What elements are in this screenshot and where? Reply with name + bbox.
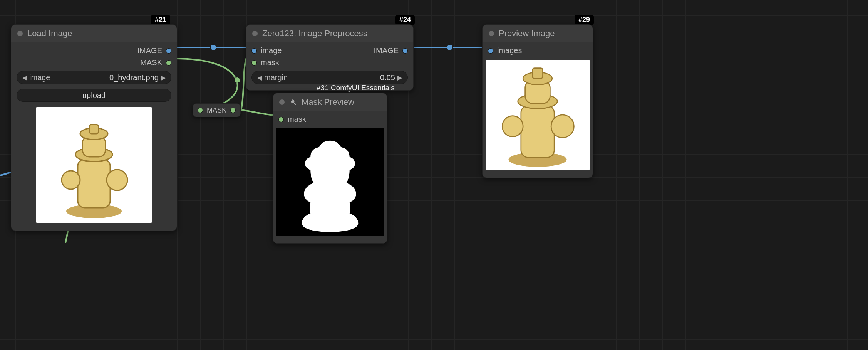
node-id-badge: #31 ComfyUI Essentials <box>313 82 399 93</box>
svg-point-14 <box>551 115 574 138</box>
node-zero123-preprocess[interactable]: Zero123: Image Preprocess image IMAGE ma… <box>246 24 414 91</box>
reroute-node-mask[interactable]: MASK <box>193 103 241 117</box>
svg-rect-19 <box>533 68 543 79</box>
svg-rect-2 <box>78 159 110 208</box>
svg-point-15 <box>502 116 523 137</box>
output-port[interactable] <box>166 48 171 54</box>
collapse-toggle[interactable] <box>489 31 494 36</box>
node-id-badge: #29 <box>575 15 594 25</box>
output-slot-mask[interactable]: MASK <box>11 57 177 69</box>
node-id-badge: #24 <box>395 15 415 25</box>
output-label: IMAGE <box>374 46 399 55</box>
next-arrow-icon[interactable]: ▶ <box>159 74 167 81</box>
input-port[interactable] <box>251 48 257 54</box>
widget-label: image <box>29 73 50 82</box>
input-slot-mask[interactable]: mask <box>246 57 413 69</box>
input-slot-mask[interactable]: mask <box>273 113 387 125</box>
output-label: IMAGE <box>137 46 162 55</box>
widget-value: 0.05 <box>380 73 395 82</box>
increment-arrow-icon[interactable]: ▶ <box>396 74 404 81</box>
input-slot-image[interactable]: image <box>251 46 282 55</box>
collapse-toggle[interactable] <box>17 31 23 36</box>
output-port[interactable] <box>402 48 408 54</box>
svg-point-5 <box>62 171 80 189</box>
wire-waypoint[interactable] <box>447 44 453 50</box>
margin-number-widget[interactable]: ◀ margin 0.05 ▶ <box>251 71 408 84</box>
output-label: MASK <box>140 58 162 67</box>
node-header[interactable]: Mask Preview <box>273 93 387 111</box>
wire-waypoint[interactable] <box>234 77 240 83</box>
collapse-toggle[interactable] <box>279 99 285 105</box>
node-title: Preview Image <box>499 29 555 39</box>
decrement-arrow-icon[interactable]: ◀ <box>256 74 263 81</box>
output-slot-image[interactable]: IMAGE <box>11 45 177 57</box>
output-port[interactable] <box>166 60 171 66</box>
mask-preview <box>276 128 384 236</box>
input-label: image <box>261 46 282 55</box>
node-header[interactable]: Load Image <box>11 25 177 42</box>
node-title: Load Image <box>27 29 72 39</box>
svg-rect-13 <box>521 106 554 158</box>
reroute-input-port[interactable] <box>198 108 203 113</box>
widget-label: margin <box>264 73 288 82</box>
button-label: upload <box>21 91 167 100</box>
input-label: mask <box>288 115 306 124</box>
output-slot-image[interactable]: IMAGE <box>374 46 408 55</box>
node-title: Zero123: Image Preprocess <box>262 29 367 39</box>
wrench-icon <box>289 98 297 106</box>
widget-value: 0_hydrant.png <box>109 73 159 82</box>
image-preview <box>486 60 590 170</box>
node-graph-canvas[interactable]: #21 Load Image IMAGE MASK ◀ image 0_hydr… <box>0 0 868 350</box>
input-slot-images[interactable]: images <box>483 45 593 57</box>
collapse-toggle[interactable] <box>252 31 258 36</box>
input-port[interactable] <box>251 60 257 66</box>
node-id-badge: #21 <box>151 15 170 25</box>
wire-waypoint[interactable] <box>210 44 216 50</box>
node-preview-image[interactable]: Preview Image images <box>482 24 593 178</box>
input-port[interactable] <box>278 117 284 122</box>
input-label: mask <box>261 58 279 67</box>
prev-arrow-icon[interactable]: ◀ <box>21 74 28 81</box>
input-port[interactable] <box>488 48 493 54</box>
svg-point-4 <box>107 170 127 190</box>
input-label: images <box>497 46 522 55</box>
node-load-image[interactable]: Load Image IMAGE MASK ◀ image 0_hydrant.… <box>11 24 177 231</box>
node-header[interactable]: Zero123: Image Preprocess <box>246 25 413 42</box>
reroute-label: MASK <box>207 106 226 114</box>
node-mask-preview[interactable]: Mask Preview mask <box>273 93 387 244</box>
image-preview <box>36 107 152 223</box>
svg-rect-9 <box>89 125 99 134</box>
reroute-output-port[interactable] <box>230 108 236 113</box>
upload-button[interactable]: upload <box>17 89 171 102</box>
node-title: Mask Preview <box>302 97 354 107</box>
node-header[interactable]: Preview Image <box>483 25 593 42</box>
image-combo-widget[interactable]: ◀ image 0_hydrant.png ▶ <box>17 71 171 84</box>
